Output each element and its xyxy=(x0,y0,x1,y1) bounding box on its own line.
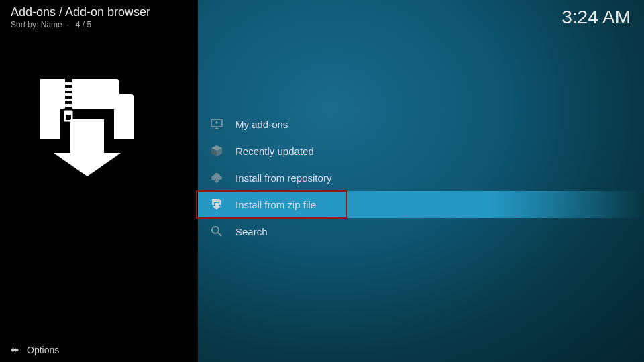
options-arrows-icon xyxy=(9,345,20,355)
menu-label: My add-ons xyxy=(235,119,288,130)
svg-line-13 xyxy=(218,233,221,236)
svg-rect-3 xyxy=(65,93,72,96)
install-zip-large-icon xyxy=(34,79,138,176)
clock: 3:24 AM xyxy=(561,7,631,28)
main-panel: 3:24 AM My add-ons xyxy=(198,0,644,362)
box-icon xyxy=(210,144,223,158)
subheader: Sort by: Name · 4 / 5 xyxy=(11,20,150,29)
list-position: 4 / 5 xyxy=(76,20,91,29)
svg-rect-1 xyxy=(65,82,72,85)
sidebar: Add-ons / Add-on browser Sort by: Name ·… xyxy=(0,0,198,362)
svg-rect-4 xyxy=(65,99,72,101)
options-label: Options xyxy=(27,345,59,355)
breadcrumb: Add-ons / Add-on browser xyxy=(11,5,150,19)
svg-point-12 xyxy=(212,227,219,233)
cloud-download-icon xyxy=(210,171,223,184)
menu-item-my-addons[interactable]: My add-ons xyxy=(198,111,644,137)
sort-label: Sort by: Name xyxy=(11,20,62,29)
search-icon xyxy=(210,225,223,238)
monitor-icon xyxy=(210,117,223,131)
svg-rect-2 xyxy=(65,88,72,90)
menu-label: Install from repository xyxy=(235,172,331,184)
zip-file-icon xyxy=(210,198,223,211)
menu-list: My add-ons Recently updated xyxy=(198,111,644,245)
menu-label: Install from zip file xyxy=(235,199,316,210)
menu-label: Search xyxy=(235,226,268,237)
footer-options[interactable]: Options xyxy=(9,345,59,355)
menu-item-search[interactable]: Search xyxy=(198,218,644,245)
menu-label: Recently updated xyxy=(235,145,314,157)
svg-rect-5 xyxy=(65,104,72,107)
menu-item-recently-updated[interactable]: Recently updated xyxy=(198,137,644,164)
svg-point-11 xyxy=(216,122,217,123)
svg-rect-7 xyxy=(66,115,71,120)
header: Add-ons / Add-on browser Sort by: Name ·… xyxy=(11,5,150,29)
menu-item-install-from-zip-file[interactable]: Install from zip file xyxy=(198,191,644,218)
menu-item-install-from-repository[interactable]: Install from repository xyxy=(198,164,644,191)
